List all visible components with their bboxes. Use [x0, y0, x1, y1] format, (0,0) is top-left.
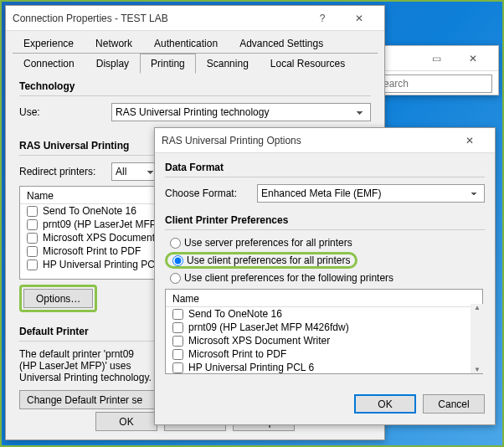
choose-format-label: Choose Format:	[165, 188, 249, 199]
radio-label: Use client preferences for the following…	[184, 272, 393, 284]
list-item: HP Universal Printing PCL 6	[166, 361, 482, 374]
tab-advanced-settings[interactable]: Advanced Settings	[229, 33, 334, 54]
change-default-printer-button[interactable]: Change Default Printer se	[19, 390, 170, 409]
use-label: Use:	[19, 106, 103, 118]
scroll-up-icon: ▲	[474, 304, 481, 311]
bgwin-maximize-button[interactable]: ▭	[418, 47, 455, 70]
list-item: Microsoft Print to PDF	[166, 347, 482, 361]
parent-ok-button[interactable]: OK	[95, 412, 157, 431]
parent-title: Connection Properties - TEST LAB	[13, 13, 304, 24]
tab-local-resources[interactable]: Local Resources	[260, 54, 356, 74]
tab-experience[interactable]: Experience	[13, 33, 85, 54]
bgwin-close-button[interactable]: ✕	[455, 47, 491, 70]
printer-checkbox[interactable]	[27, 206, 38, 217]
default-printer-text: The default printer 'prnt09 (HP LaserJet…	[19, 348, 153, 383]
printer-checkbox[interactable]	[172, 362, 183, 373]
dataformat-heading: Data Format	[165, 162, 485, 177]
radio-client-following[interactable]	[170, 273, 181, 284]
parent-help-icon[interactable]: ?	[304, 7, 341, 30]
tab-display[interactable]: Display	[85, 54, 140, 74]
child-cancel-button[interactable]: Cancel	[423, 394, 485, 414]
tab-printing[interactable]: Printing	[140, 54, 196, 74]
printer-checkbox[interactable]	[27, 233, 38, 244]
radio-label: Use server preferences for all printers	[184, 237, 352, 249]
child-title: RAS Universal Printing Options	[162, 135, 451, 146]
tab-network[interactable]: Network	[85, 33, 143, 54]
tab-row-2: Connection Display Printing Scanning Loc…	[13, 53, 378, 74]
use-select[interactable]: RAS Universal Printing technology	[111, 103, 371, 121]
client-prefs-heading: Client Printer Preferences	[165, 214, 485, 230]
tab-scanning[interactable]: Scanning	[196, 54, 260, 74]
tab-connection[interactable]: Connection	[13, 54, 85, 74]
list-item: Send To OneNote 16	[166, 307, 482, 321]
printer-checkbox[interactable]	[27, 219, 38, 230]
printer-checkbox[interactable]	[172, 309, 183, 320]
radio-server-prefs[interactable]	[170, 238, 181, 249]
tab-row-1: Experience Network Authentication Advanc…	[13, 33, 378, 54]
ras-printing-options-dialog: RAS Universal Printing Options ✕ Data Fo…	[154, 127, 496, 425]
list-item: Microsoft XPS Document Writer	[166, 334, 482, 347]
printer-checkbox[interactable]	[172, 336, 183, 347]
child-printer-list[interactable]: Name Send To OneNote 16 prnt09 (HP Laser…	[165, 289, 483, 374]
parent-close-icon[interactable]: ✕	[341, 7, 378, 30]
tab-authentication[interactable]: Authentication	[143, 33, 229, 54]
choose-format-select[interactable]: Enhanced Meta File (EMF)	[257, 184, 485, 203]
scroll-down-icon: ▼	[474, 366, 481, 373]
child-close-icon[interactable]: ✕	[451, 129, 488, 152]
radio-label: Use client preferences for all printers	[187, 254, 350, 266]
printer-checkbox[interactable]	[27, 246, 38, 257]
search-input[interactable]	[379, 74, 492, 93]
printer-checkbox[interactable]	[27, 259, 38, 270]
redirect-label: Redirect printers:	[19, 166, 103, 177]
printer-checkbox[interactable]	[172, 322, 183, 333]
background-window: ▭ ✕	[372, 45, 499, 95]
options-button[interactable]: Options…	[23, 289, 93, 308]
scrollbar[interactable]: ▲▼	[471, 304, 484, 373]
list-item: prnt09 (HP LaserJet MFP M426fdw)	[166, 321, 482, 334]
technology-heading: Technology	[19, 80, 371, 96]
child-ok-button[interactable]: OK	[354, 394, 416, 414]
printer-checkbox[interactable]	[172, 349, 183, 360]
radio-client-all[interactable]	[172, 255, 183, 266]
child-list-header: Name	[166, 291, 482, 307]
